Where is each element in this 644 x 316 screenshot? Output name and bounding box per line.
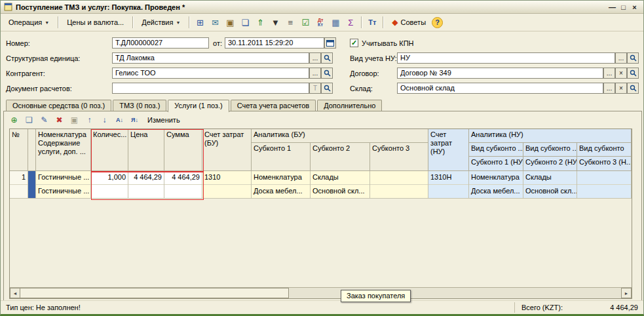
open-form-icon[interactable]: ⊞ [193,15,207,30]
scrollbar-thumb[interactable] [20,288,289,298]
settlement-doc-label: Документ расчетов: [6,84,72,94]
col-header-subconto3-nu: Субконто 3 (Н... [577,157,632,171]
kpn-label[interactable]: Учитывать КПН [362,39,414,49]
text-format-icon[interactable]: Тт [365,15,379,30]
contractor-lookup-button[interactable] [321,68,333,79]
struct-unit-select-button[interactable]: ... [309,52,321,64]
close-button[interactable]: × [629,3,640,11]
row-selection-marker[interactable] [28,171,36,199]
contract-clear-button[interactable]: × [615,68,627,79]
magnifier-icon [630,85,637,92]
date-input[interactable]: 30.11.2011 15:29:20 [225,37,324,49]
kpn-checkbox[interactable]: ✓ [350,39,358,47]
group-header-analytics-nu: Аналитика (НУ) [469,129,632,143]
struct-unit-input[interactable]: ТД Лакомка [112,52,309,64]
col-header-row-marker [28,129,36,171]
actions-menu-button[interactable]: Действия▼ [136,16,185,29]
copy-document-icon[interactable]: ❏ [238,15,252,30]
move-up-button[interactable]: ↑ [83,113,96,127]
horizontal-scrollbar[interactable]: ◄ ► [10,287,632,298]
cell-quantity[interactable]: 1,000 [91,171,128,199]
cell-subconto3-nu[interactable] [577,171,632,199]
contractor-select-button[interactable]: ... [309,68,321,79]
col-header-price: Цена [128,129,164,171]
statusbar: Тип цен: Не заполнен! Всего (KZT): 4 464… [1,300,643,314]
grid-header: № Номенклатура Содержание услуги, доп. .… [10,129,632,171]
nu-kind-select-button[interactable]: ... [615,52,627,64]
col-header-subconto-kind1-nu: Вид субконто ... [469,143,523,157]
end-edit-button[interactable]: ▣ [67,113,81,127]
move-down-button[interactable]: ↓ [98,113,111,127]
totals-icon[interactable]: Σ [343,15,358,30]
scroll-right-button[interactable]: ► [621,288,632,298]
maximize-button[interactable]: □ [618,3,629,11]
scrollbar-track[interactable] [289,288,621,298]
cell-subconto1-nu[interactable]: Номенклатура Доска мебел... [469,171,523,199]
totals-pane: Всего (KZT): 4 464,29 [514,302,638,313]
cell-row-number[interactable]: 1 [10,171,28,199]
cell-sum[interactable]: 4 464,29 [164,171,202,199]
cell-subconto3-bu[interactable] [370,171,428,199]
delete-row-button[interactable]: ✖ [52,113,66,127]
tab-settlement-accounts[interactable]: Счета учета расчетов [231,100,316,111]
help-icon[interactable]: ? [432,17,443,28]
tab-fixed-assets[interactable]: Основные средства (0 поз.) [6,100,111,111]
sort-descending-button[interactable]: Я↓ [128,113,142,127]
warehouse-lookup-button[interactable] [627,83,639,94]
settlement-doc-text-button[interactable]: T [309,83,321,94]
contractor-input[interactable]: Гелиос ТОО [112,68,309,79]
warehouse-clear-button[interactable]: × [615,83,627,94]
contract-select-button[interactable]: ... [603,68,615,79]
settlement-doc-input[interactable] [112,83,309,94]
nu-kind-input[interactable]: НУ [397,52,615,64]
calendar-button[interactable] [324,37,336,49]
tips-button[interactable]: ◆ Советы [387,15,431,30]
cell-nomenclature[interactable]: Гостиничные ... Гостиничные ... [36,171,91,199]
cell-subconto2-nu[interactable]: Склады Основной скл... [523,171,577,199]
post-document-icon[interactable]: ⇑ [253,15,267,30]
copy-row-button[interactable]: ❏ [22,113,36,127]
cell-subconto1-bu[interactable]: Номенклатура Доска мебел... [252,171,311,199]
magnifier-icon [630,69,637,77]
list-icon[interactable]: ≡ [283,15,297,30]
result-grid-icon[interactable]: ▦ [328,15,343,30]
number-input[interactable]: Т.ДЛ00000027 [112,37,209,49]
cell-cost-account-bu[interactable]: 1310 [202,171,252,199]
edit-row-button[interactable]: ✎ [37,113,51,127]
scroll-left-button[interactable]: ◄ [10,288,20,298]
warehouse-select-button[interactable]: ... [603,83,615,94]
contract-lookup-button[interactable] [627,68,639,79]
toolbar-separator [383,16,383,28]
calendar-icon [326,39,334,47]
toolbar-separator [189,16,189,28]
contract-label: Договор: [350,69,379,79]
mail-icon[interactable]: ✉ [208,15,222,30]
tab-additional[interactable]: Дополнительно [317,100,382,111]
post-options-dropdown-icon[interactable]: ▼ [268,15,282,30]
services-grid: № Номенклатура Содержание услуги, доп. .… [9,128,632,299]
tips-icon: ◆ [392,18,398,27]
cell-cost-account-nu[interactable]: 1310Н [428,171,469,199]
operation-menu-button[interactable]: Операция▼ [3,16,54,29]
nu-kind-lookup-button[interactable] [627,52,639,64]
minimize-button[interactable]: — [607,3,618,11]
struct-unit-lookup-button[interactable] [321,52,333,64]
contract-input[interactable]: Договор № 349 [397,68,603,79]
settlement-doc-lookup-button[interactable] [321,83,333,94]
tab-tmz[interactable]: ТМЗ (0 поз.) [113,100,166,111]
sort-ascending-button[interactable]: А↓ [113,113,126,127]
fill-check-icon[interactable]: ☑ [298,15,313,30]
tooltip-customer-order: Заказ покупателя [341,290,411,302]
change-button[interactable]: Изменить [143,114,185,126]
add-row-button[interactable]: ⊕ [7,113,21,127]
dt-kt-postings-icon[interactable]: ДтКт [313,15,328,30]
cell-price[interactable]: 4 464,29 [128,171,164,199]
magnifier-icon [324,69,331,77]
prices-currency-button[interactable]: Цены и валюта... [62,16,129,29]
col-header-subconto-kind2-nu: Вид субконто ... [523,143,577,157]
save-icon[interactable]: ▣ [223,15,237,30]
tab-services[interactable]: Услуги (1 поз.) [168,100,229,112]
cell-subconto2-bu[interactable]: Склады Основной скл... [311,171,370,199]
tab-strip: Основные средства (0 поз.) ТМЗ (0 поз.) … [6,99,383,111]
warehouse-input[interactable]: Основной склад [397,83,603,94]
